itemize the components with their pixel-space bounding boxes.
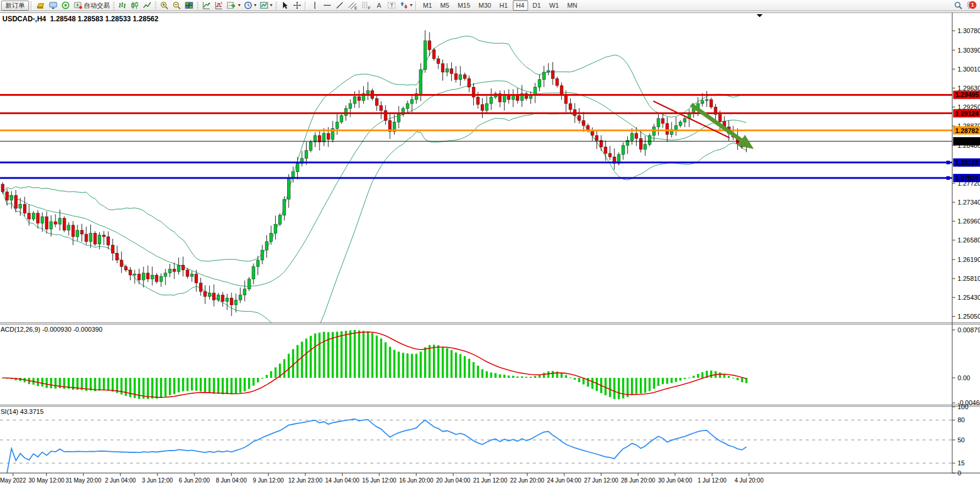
fibonacci-icon[interactable]: F	[360, 1, 373, 11]
macd-signal-value: -0.000390	[73, 326, 103, 333]
candle-body	[340, 115, 343, 122]
candlestick-chart-icon[interactable]	[129, 1, 141, 11]
candle-body	[28, 213, 31, 219]
macd-histogram-bar	[129, 378, 132, 397]
period-clock-icon[interactable]: ▾	[242, 1, 258, 11]
text-label-icon[interactable]: T	[386, 1, 398, 11]
toolbar-grip[interactable]	[155, 2, 157, 9]
arrow-objects-icon[interactable]: ▾	[398, 1, 414, 11]
timeframe-MN[interactable]: MN	[564, 0, 581, 11]
candle-body	[459, 75, 462, 79]
timeframe-H1[interactable]: H1	[496, 0, 511, 11]
macd-histogram-bar	[670, 378, 673, 383]
horizontal-line-icon[interactable]	[321, 1, 333, 11]
indicator-window-icon[interactable]	[213, 1, 224, 11]
terminal-icon[interactable]	[47, 1, 59, 11]
search-icon[interactable]	[952, 1, 964, 11]
tile-windows-icon[interactable]	[183, 1, 195, 11]
macd-histogram-bar	[548, 371, 550, 378]
trendline-icon[interactable]	[334, 1, 346, 11]
notification-badge: 1	[969, 1, 976, 9]
toolbar-grip[interactable]	[275, 2, 277, 9]
bar-chart-icon[interactable]	[116, 1, 128, 11]
candle-body	[164, 273, 167, 277]
candle-body	[477, 97, 480, 105]
macd-histogram-bar	[213, 378, 215, 394]
macd-histogram-bar	[398, 352, 400, 378]
line-chart-icon[interactable]	[141, 1, 153, 11]
time-axis[interactable]: May 202230 May 12:0031 May 20:002 Jun 04…	[0, 473, 980, 484]
timeframe-M1[interactable]: M1	[419, 0, 435, 11]
macd-histogram-bar	[376, 336, 378, 378]
time-axis-label: 9 Jun 12:00	[253, 477, 284, 484]
macd-histogram-bar	[178, 378, 180, 393]
macd-histogram-bar	[147, 378, 149, 399]
indicator-list-icon[interactable]	[200, 1, 212, 11]
crosshair-icon[interactable]	[291, 1, 303, 11]
candle-body	[411, 99, 414, 103]
time-axis-label: 28 Jun 20:00	[621, 477, 655, 484]
candle-body	[208, 293, 211, 297]
candle-body	[213, 293, 216, 300]
macd-histogram-bar	[252, 378, 255, 386]
price-badge-text: 1.28782	[955, 127, 979, 134]
line-handle[interactable]	[946, 176, 950, 180]
candle-body	[190, 274, 193, 277]
equidistant-channel-icon[interactable]: E	[346, 1, 359, 11]
macd-pane	[2, 330, 748, 399]
template-icon[interactable]: ▾	[258, 1, 274, 11]
candle-body	[463, 75, 466, 79]
candle-body	[516, 96, 519, 101]
candle-body	[468, 79, 471, 87]
new-order-button[interactable]: 新订单	[1, 1, 29, 11]
price-axis-label: 1.25810	[958, 275, 980, 282]
time-axis-label: 16 Jun 20:00	[399, 477, 434, 484]
chart-ohlc-values: 1.28548 1.28583 1.28533 1.28562	[50, 15, 159, 23]
timeframe-W1[interactable]: W1	[546, 0, 563, 11]
time-axis-label: 4 Jul 20:00	[735, 477, 764, 484]
horizontal-price-lines[interactable]	[0, 95, 952, 180]
candle-body	[102, 235, 105, 237]
candle-body	[239, 295, 242, 300]
candle-body	[71, 225, 74, 237]
macd-histogram-bar	[675, 378, 678, 382]
cursor-icon[interactable]	[279, 1, 291, 11]
toolbar-grip[interactable]	[197, 2, 198, 9]
timeframe-M5[interactable]: M5	[437, 0, 452, 11]
zoom-in-icon[interactable]	[158, 1, 170, 11]
zoom-out-icon[interactable]	[171, 1, 183, 11]
candle-body	[138, 274, 141, 280]
macd-histogram-bar	[257, 378, 259, 383]
deposit-icon[interactable]	[35, 1, 47, 11]
macd-axis-label: 0.008791	[958, 326, 980, 333]
timeframe-M30[interactable]: M30	[475, 0, 494, 11]
candle-body	[305, 150, 308, 158]
chart-shift-marker[interactable]	[757, 14, 763, 17]
time-axis-label: 21 Jun 12:00	[473, 477, 507, 484]
candle-body	[19, 204, 22, 208]
autotrading-button[interactable]: 自动交易	[72, 1, 111, 11]
vertical-line-icon[interactable]	[309, 1, 321, 11]
text-tool-icon[interactable]: A	[373, 1, 385, 11]
candle-body	[151, 275, 154, 279]
time-axis-label: 3 Jun 12:00	[142, 477, 173, 484]
macd-axis-label: 0.00	[958, 374, 970, 381]
candle-body	[604, 147, 607, 154]
macd-histogram-bar	[636, 378, 638, 394]
price-chart[interactable]: 1.307801.303901.300101.296301.292501.288…	[0, 11, 980, 489]
toolbar-grip[interactable]	[113, 2, 115, 9]
macd-histogram-bar	[437, 345, 439, 378]
price-axis[interactable]: 1.307801.303901.300101.296301.292501.288…	[952, 12, 980, 477]
macd-histogram-bar	[54, 378, 57, 388]
timeframe-M15[interactable]: M15	[454, 0, 474, 11]
macd-histogram-bar	[266, 375, 268, 378]
macd-histogram-bar	[402, 353, 405, 378]
macd-histogram-bar	[200, 378, 202, 391]
line-handle[interactable]	[946, 161, 950, 164]
timeframe-D1[interactable]: D1	[529, 0, 545, 11]
timeframe-H4[interactable]: H4	[513, 0, 528, 11]
new-chart-icon[interactable]: ▾	[225, 1, 242, 11]
notifications-icon[interactable]: 1	[965, 1, 979, 11]
price-axis-label: 1.26190	[958, 256, 980, 263]
signals-icon[interactable]	[60, 1, 71, 11]
